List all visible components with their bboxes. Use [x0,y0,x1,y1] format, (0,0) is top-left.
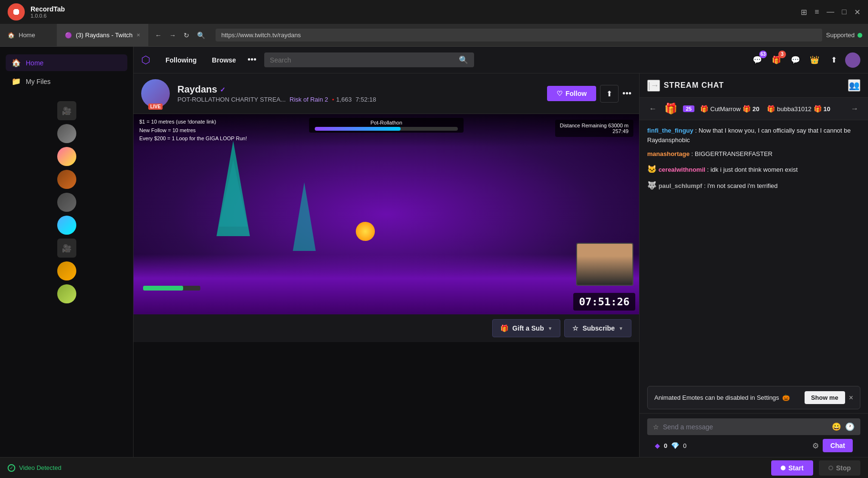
friends-btn[interactable]: 🎁 3 [769,52,784,68]
chat-header: |→ STREAM CHAT 👥 [640,73,868,98]
game-plant-right [285,178,342,264]
game-player [356,222,380,250]
inbox-badge: 63 [759,51,767,58]
user-avatar[interactable] [845,52,860,68]
avatar-5[interactable] [57,216,76,235]
chat-send-button[interactable]: Chat [823,439,853,452]
stream-layout: LIVE Raydans ✓ POT-ROLLATHON CHARITY STR… [134,73,868,457]
emote-picker-btn[interactable]: 😀 [832,422,841,431]
channel-more-btn[interactable]: ••• [622,89,631,99]
stop-label: Stop [836,464,851,472]
inbox-btn[interactable]: 💬 63 [750,52,765,68]
more-options-btn[interactable]: ••• [248,55,257,65]
content-area: ⬡ Following Browse ••• 🔍 💬 63 🎁 3 💬 👑 ⬆ [134,47,868,457]
charity-bar: Pot-Rollathon [309,118,464,133]
uptime-text: 7:52:18 [355,96,376,103]
verified-icon: ✓ [220,86,226,94]
tab-twitch[interactable]: 🟣 (3) Raydans - Twitch ✕ [57,24,148,46]
supported-dot [858,33,862,38]
subscribe-button[interactable]: ☆ Subscribe ▼ [564,319,631,337]
channel-actions: ♡ Follow ⬆ ••• [547,85,631,103]
upload-btn[interactable]: ⬆ [826,52,841,68]
sidebar-item-myfiles[interactable]: 📁 My Files [6,73,127,90]
browse-link[interactable]: Browse [208,53,240,67]
app-version: 1.0.0.6 [31,13,65,19]
chat-username-1[interactable]: finfi_the_finguy [647,127,693,134]
bits-icon: 💎 [671,442,679,449]
sidebar: 🏠 Home 📁 My Files 🎥 🎥 [0,47,134,457]
browser-bar: 🏠 Home 🟣 (3) Raydans - Twitch ✕ ← → ↻ 🔍 … [0,24,868,47]
health-bar-container [143,286,200,291]
show-me-button[interactable]: Show me [805,391,845,404]
sub-gift-icon-2b: 🎁 [814,105,822,113]
sidebar-item-home[interactable]: 🏠 Home [6,54,127,71]
sidebar-home-label: Home [26,59,43,67]
chat-message-input[interactable] [663,423,828,431]
crown-btn[interactable]: 👑 [807,52,822,68]
camera-icon-btn[interactable]: 🎥 [57,101,76,120]
search-nav-button[interactable]: 🔍 [194,30,208,41]
emotes-text-label: Animated Emotes can be disabled in Setti… [654,394,779,401]
progress-bar-container [315,127,458,131]
chat-points: ◆ 0 💎 0 [655,442,686,449]
stop-button[interactable]: Stop [819,460,860,476]
game-tag[interactable]: Risk of Rain 2 [289,96,328,103]
minimize-button[interactable]: — [827,8,834,16]
back-button[interactable]: ← [152,30,165,41]
camera-icon-btn-2[interactable]: 🎥 [57,239,76,258]
avatar-1[interactable] [57,124,76,143]
chat-text-2: : BIGGERTRANSERFASTER [692,150,773,157]
channel-name-row: Raydans ✓ [177,84,539,95]
webcam-person [577,244,632,285]
avatar-4[interactable] [57,193,76,212]
gift-sub-button[interactable]: 🎁 Gift a Sub ▼ [492,319,560,337]
avatar-2[interactable] [57,147,76,166]
search-bar: 🔍 [264,52,474,67]
game-ui-bottom-right: 07:51:26 [573,293,635,311]
search-submit-icon[interactable]: 🔍 [459,55,468,64]
address-bar[interactable]: https://www.twitch.tv/raydans [216,29,822,42]
grid-icon[interactable]: ⊞ [801,8,807,17]
distance-remaining: Distance Remaining 63000 m [560,123,629,128]
chat-text-3: : idk i just dont think women exist [707,166,798,173]
chat-sidebar-toggle[interactable]: |→ [647,80,660,92]
maximize-button[interactable]: □ [842,8,847,16]
sub-gifts-prev-arrow[interactable]: ← [647,103,659,115]
channel-header: LIVE Raydans ✓ POT-ROLLATHON CHARITY STR… [134,73,639,114]
close-button[interactable]: ✕ [854,8,860,17]
start-button[interactable]: Start [771,460,813,476]
record-circle-icon [781,466,785,470]
app-name-group: RecordTab 1.0.0.6 [31,5,65,19]
star-icon[interactable]: ☆ [653,423,659,431]
following-link[interactable]: Following [162,53,200,67]
refresh-button[interactable]: ↻ [181,30,192,41]
forward-button[interactable]: → [166,30,179,41]
chat-message-4: 🐺 paul_schlumpf : i'm not scared i'm ter… [647,180,860,191]
follow-button[interactable]: ♡ Follow [547,86,596,101]
channel-title-row: POT-ROLLATHON CHARITY STREA... Risk of R… [177,96,539,103]
notifications-btn[interactable]: 💬 [788,52,803,68]
tab-home[interactable]: 🏠 Home [0,24,57,46]
chat-users-btn[interactable]: 👥 [848,79,860,92]
chat-settings-btn[interactable]: ⚙ [812,441,819,450]
sub-entry-name-2: bubba31012 [777,105,811,113]
gift-sub-label: Gift a Sub [512,324,544,332]
sub-gifts-next-arrow[interactable]: → [849,103,860,115]
chat-username-2[interactable]: manashortage [647,150,690,157]
search-input[interactable] [270,56,455,64]
emoji-btn[interactable]: 🕐 [845,422,855,431]
chat-username-4[interactable]: paul_schlumpf [659,182,703,189]
avatar-3[interactable] [57,170,76,189]
close-banner-button[interactable]: × [849,394,853,402]
detected-circle: ✓ [8,464,15,472]
supported-badge: Supported [826,31,862,39]
share-button[interactable]: ⬆ [600,85,619,103]
avatar-6[interactable] [57,261,76,281]
live-badge: LIVE [148,104,163,110]
chat-username-3[interactable]: cerealwithnomil [659,166,705,173]
twitch-tab-icon: 🟣 [65,32,72,39]
menu-icon[interactable]: ≡ [815,8,819,16]
tab-close-icon[interactable]: ✕ [136,32,140,38]
avatar-7[interactable] [57,284,76,303]
emotes-banner-emote: 🎃 [782,394,790,401]
